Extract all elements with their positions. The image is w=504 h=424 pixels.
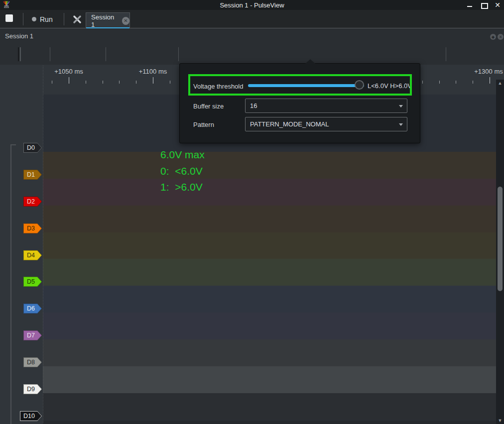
close-button[interactable]: ✕ [494, 1, 501, 8]
ruler-minor-tick [52, 81, 52, 84]
toolbar-handle[interactable] [18, 47, 21, 61]
channel-flag-d8[interactable]: D8 [23, 357, 42, 367]
tab-close-icon[interactable]: ✕ [122, 17, 129, 25]
ruler-minor-tick [473, 81, 473, 84]
trace-group-bracket-top [10, 144, 16, 145]
channel-band-d8 [43, 339, 496, 366]
channel-band-d1 [43, 152, 496, 179]
run-state-icon [32, 17, 36, 21]
channel-flag-d3[interactable]: D3 [23, 223, 42, 233]
channel-flag-d5[interactable]: D5 [23, 277, 42, 287]
ruler-minor-tick [136, 81, 136, 84]
channel-flag-d7[interactable]: D7 [23, 330, 42, 340]
ruler-minor-tick [170, 81, 170, 84]
ruler-minor-tick [439, 81, 440, 84]
pattern-label: Pattern [193, 121, 214, 128]
run-label: Run [40, 15, 53, 23]
channel-flag-label: D2 [24, 197, 41, 206]
separator [64, 13, 64, 25]
chevron-down-icon [399, 105, 403, 107]
channel-flag-label: D4 [24, 251, 41, 260]
ruler-time-label: +1100 ms [139, 68, 167, 75]
separator [446, 47, 446, 61]
channel-band-d3 [43, 206, 496, 232]
channel-flag-label: D6 [24, 304, 41, 313]
separator [106, 47, 106, 61]
dock-close-icon[interactable]: ✕ [498, 34, 504, 40]
ruler-major-tick [69, 77, 69, 84]
scroll-down-icon[interactable]: ▼ [496, 417, 504, 424]
channel-band-d6 [43, 286, 496, 313]
channel-band-d4 [43, 232, 496, 259]
dock-title: Session 1 [5, 32, 33, 40]
tab-session-1[interactable]: Session 1 ✕ [86, 12, 130, 28]
channel-flag-label: D0 [24, 143, 41, 152]
main-tab-bar: Run Session 1 ✕ [0, 10, 504, 28]
scroll-up-icon[interactable]: ▲ [496, 80, 504, 87]
minimize-button[interactable] [466, 1, 473, 8]
channel-flag-d1[interactable]: D1 [23, 170, 42, 180]
channel-band-d2 [43, 179, 496, 206]
maximize-button[interactable] [480, 1, 487, 8]
window-title: Session 1 - PulseView [0, 1, 504, 9]
buffer-size-select[interactable]: 16 [245, 99, 407, 113]
ruler-minor-tick [119, 81, 120, 84]
dock-float-icon[interactable]: ◆ [490, 34, 496, 40]
channel-flag-label: D5 [24, 277, 41, 286]
channel-band-d7 [43, 313, 496, 339]
vertical-scrollbar[interactable]: ▲ ▼ [496, 80, 504, 424]
ruler-minor-tick [456, 81, 456, 84]
annotation-line: 6.0V max [160, 149, 205, 161]
channel-flag-d10[interactable]: D10 [20, 411, 42, 421]
channel-band-d9 [43, 366, 496, 393]
channel-flag-label: D9 [24, 385, 41, 394]
trace-group-bracket[interactable] [10, 144, 11, 424]
ruler-time-label: +1050 ms [54, 68, 83, 75]
tab-label: Session 1 [91, 13, 119, 28]
run-button[interactable]: Run [29, 13, 56, 25]
popup-pointer [305, 59, 315, 64]
ruler-minor-tick [422, 81, 423, 84]
highlight-rectangle [188, 74, 412, 96]
ruler-time-label: +1300 ms [474, 68, 503, 75]
ruler-major-tick [153, 77, 153, 84]
channel-flag-label: D7 [24, 331, 41, 340]
ruler-minor-tick [103, 81, 103, 84]
capture-state-icon[interactable] [5, 14, 13, 22]
title-bar: Session 1 - PulseView ✕ [0, 0, 504, 10]
scrollbar-thumb[interactable] [498, 187, 503, 291]
channel-flag-label: D1 [24, 170, 41, 179]
header-divider[interactable] [43, 66, 43, 424]
separator [23, 13, 23, 25]
pattern-value: PATTERN_MODE_NOMAL [250, 120, 329, 128]
annotation-line: 0: <6.0V [160, 165, 203, 177]
channel-flag-label: D3 [24, 224, 41, 233]
buffer-size-label: Buffer size [193, 103, 224, 110]
channel-flag-label: D8 [24, 358, 41, 367]
chevron-down-icon [399, 123, 403, 126]
ruler-major-tick [490, 77, 490, 84]
buffer-size-value: 16 [250, 102, 257, 109]
ruler-minor-tick [86, 81, 86, 84]
channel-band-d10 [43, 393, 496, 420]
session-dock-header: Session 1 [0, 28, 504, 44]
separator [178, 47, 179, 61]
channel-flag-d9[interactable]: D9 [23, 384, 42, 394]
channel-flag-d4[interactable]: D4 [23, 250, 42, 260]
channel-flag-label: D10 [20, 412, 41, 421]
annotation-line: 1: >6.0V [160, 181, 203, 193]
channel-flag-d0[interactable]: D0 [23, 143, 42, 153]
channel-flag-d6[interactable]: D6 [23, 304, 42, 314]
separator [50, 47, 50, 61]
session-toolbar: + − Sipeed SLogic16 U3 1 M samples [0, 44, 504, 65]
trace-bottom-strip [43, 421, 496, 424]
channel-flag-d2[interactable]: D2 [23, 197, 42, 207]
pattern-select[interactable]: PATTERN_MODE_NOMAL [245, 117, 407, 131]
device-settings-popup: Voltage threshold L<6.0V H>6.0V Buffer s… [179, 63, 420, 143]
settings-wrench-icon[interactable] [72, 14, 83, 27]
channel-band-d5 [43, 259, 496, 286]
